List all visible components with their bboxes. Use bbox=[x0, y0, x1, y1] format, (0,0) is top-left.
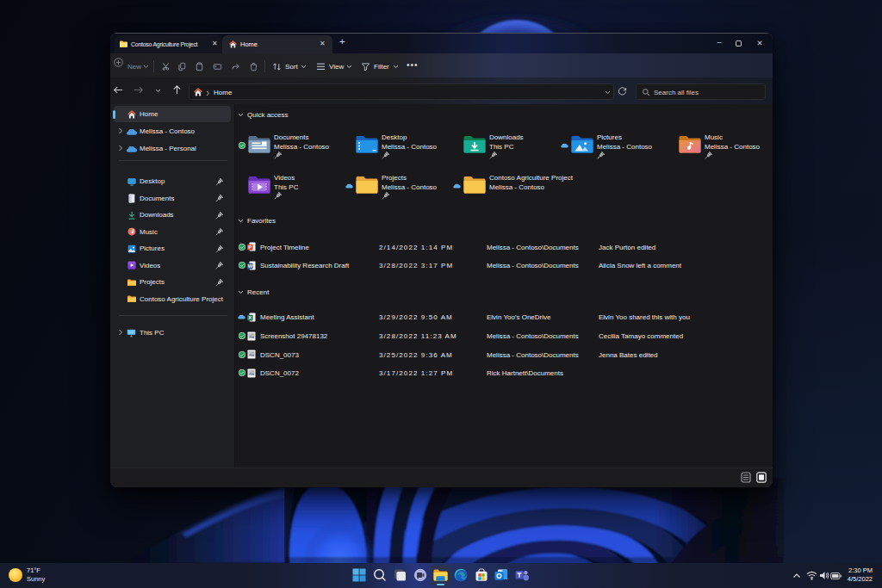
svg-text:X: X bbox=[248, 315, 252, 320]
svg-text:P: P bbox=[248, 244, 252, 250]
svg-text:W: W bbox=[248, 263, 253, 269]
